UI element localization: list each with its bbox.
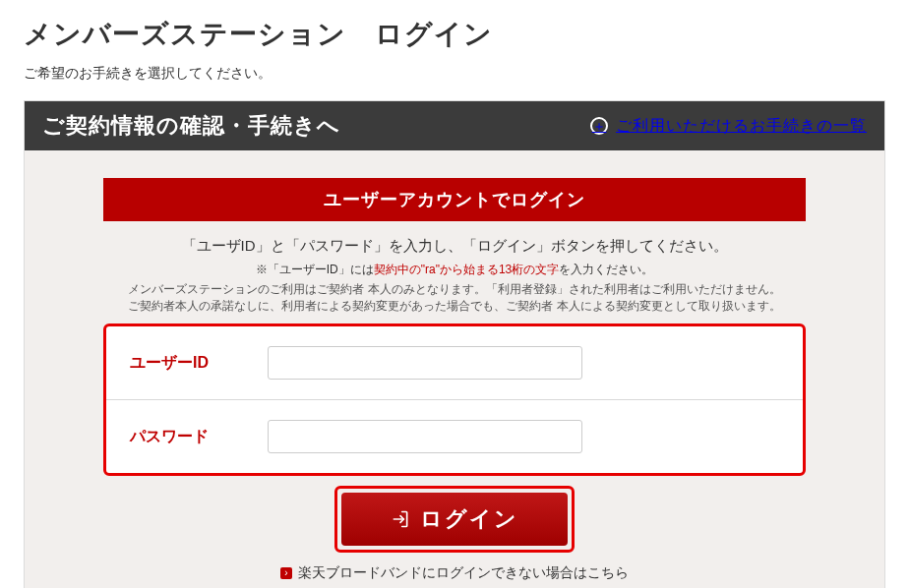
userid-row: ユーザーID <box>106 326 803 399</box>
page-subtitle: ご希望のお手続きを選択してください。 <box>24 65 885 83</box>
instruction-note-prefix: ※「ユーザーID」には <box>256 263 374 276</box>
chevron-right-icon: › <box>280 567 292 579</box>
instruction-small-1: メンバーズステーションのご利用はご契約者 本人のみとなります。「利用者登録」され… <box>103 282 806 297</box>
login-form-box: ユーザーID パスワード <box>103 323 806 476</box>
section-header: ご契約情報の確認・手続きへ ＋ ご利用いただけるお手続きの一覧 <box>25 101 884 150</box>
section-body: ユーザーアカウントでログイン 「ユーザID」と「パスワード」を入力し、「ログイン… <box>25 150 884 588</box>
instruction-small-2: ご契約者本人の承諾なしに、利用者による契約変更があった場合でも、ご契約者 本人に… <box>103 299 806 314</box>
section-header-title: ご契約情報の確認・手続きへ <box>42 111 340 141</box>
procedures-list-link[interactable]: ＋ ご利用いただけるお手続きの一覧 <box>590 116 867 137</box>
instruction-note-suffix: を入力ください。 <box>559 263 653 276</box>
password-label: パスワード <box>130 427 268 447</box>
page-title: メンバーズステーション ログイン <box>24 16 885 53</box>
instruction-block: 「ユーザID」と「パスワード」を入力し、「ログイン」ボタンを押してください。 ※… <box>103 237 806 314</box>
login-heading: ユーザーアカウントでログイン <box>103 178 806 221</box>
instruction-main: 「ユーザID」と「パスワード」を入力し、「ログイン」ボタンを押してください。 <box>103 237 806 256</box>
password-row: パスワード <box>106 399 803 473</box>
plus-circle-icon: ＋ <box>590 117 608 135</box>
cannot-login-help-link[interactable]: 楽天ブロードバンドにログインできない場合はこちら <box>298 564 629 580</box>
contract-section: ご契約情報の確認・手続きへ ＋ ご利用いただけるお手続きの一覧 ユーザーアカウン… <box>24 100 885 588</box>
login-button-highlight: ログイン <box>334 486 575 553</box>
password-input[interactable] <box>268 420 582 453</box>
instruction-note: ※「ユーザーID」には契約中の"ra"から始まる13桁の文字を入力ください。 <box>103 262 806 278</box>
help-link-row: ›楽天ブロードバンドにログインできない場合はこちら <box>103 564 806 582</box>
login-button-wrap: ログイン <box>103 486 806 553</box>
login-button-label: ログイン <box>420 504 518 534</box>
login-icon <box>391 509 410 529</box>
login-button[interactable]: ログイン <box>341 493 568 546</box>
userid-label: ユーザーID <box>130 353 268 374</box>
userid-input[interactable] <box>268 346 582 380</box>
procedures-list-label: ご利用いただけるお手続きの一覧 <box>616 116 867 137</box>
instruction-note-red: 契約中の"ra"から始まる13桁の文字 <box>374 263 560 276</box>
